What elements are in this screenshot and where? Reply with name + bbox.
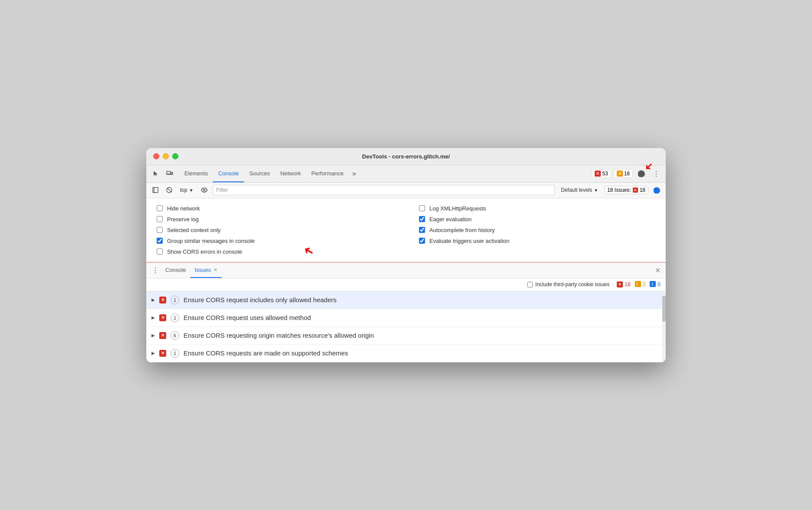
tab-right-actions: ✕ 53 ✕ 18 ➜ ⋮ bbox=[592, 168, 662, 180]
issue-count-2: 6 bbox=[171, 331, 179, 340]
show-cors-checkbox[interactable] bbox=[157, 249, 163, 255]
issues-tab-close[interactable]: ✕ bbox=[213, 267, 217, 273]
settings-right-col: Log XMLHttpRequests Eager evaluation Aut… bbox=[419, 205, 655, 255]
hide-network-label: Hide network bbox=[167, 205, 200, 212]
minimize-button[interactable] bbox=[163, 153, 169, 159]
issue-text-3: Ensure CORS requests are made on support… bbox=[184, 349, 348, 357]
maximize-button[interactable] bbox=[172, 153, 178, 159]
live-expressions-button[interactable] bbox=[199, 184, 210, 196]
settings-grid: Hide network Preserve log Selected conte… bbox=[157, 205, 655, 255]
issue-error-icon-2: ✕ bbox=[159, 332, 166, 339]
warning-icon: ✕ bbox=[617, 171, 623, 177]
tab-performance[interactable]: Performance bbox=[306, 165, 348, 182]
issues-label: 18 Issues: bbox=[607, 187, 631, 193]
evaluate-triggers-row: Evaluate triggers user activation bbox=[419, 238, 655, 244]
default-levels-button[interactable]: Default levels ▼ bbox=[557, 186, 602, 194]
issue-row-0[interactable]: ▶ ✕ 1 Ensure CORS request includes only … bbox=[146, 291, 666, 309]
settings-panel: Hide network Preserve log Selected conte… bbox=[146, 198, 666, 263]
selected-context-row: Selected context only bbox=[157, 227, 393, 233]
issue-expand-3[interactable]: ▶ bbox=[151, 351, 155, 355]
tab-network[interactable]: Network bbox=[275, 165, 306, 182]
evaluate-triggers-label: Evaluate triggers user activation bbox=[429, 238, 509, 244]
issue-row-2[interactable]: ▶ ✕ 6 Ensure CORS requesting origin matc… bbox=[146, 327, 666, 345]
eager-eval-checkbox[interactable] bbox=[419, 216, 425, 222]
third-party-checkbox[interactable] bbox=[527, 282, 533, 287]
cursor-icon[interactable] bbox=[150, 168, 162, 180]
more-options-button[interactable]: ⋮ bbox=[650, 168, 662, 180]
issue-text-1: Ensure CORS request uses allowed method bbox=[184, 314, 311, 321]
group-similar-row: Group similar messages in console bbox=[157, 238, 393, 244]
issues-error-icon: ✕ bbox=[633, 187, 638, 193]
eager-eval-row: Eager evaluation bbox=[419, 216, 655, 223]
tab-elements[interactable]: Elements bbox=[179, 165, 213, 182]
close-button[interactable] bbox=[153, 153, 159, 159]
levels-dropdown-icon: ▼ bbox=[594, 188, 598, 193]
issue-text-2: Ensure CORS requesting origin matches re… bbox=[184, 332, 374, 339]
clear-console-button[interactable] bbox=[164, 184, 175, 196]
group-similar-checkbox[interactable] bbox=[157, 238, 163, 244]
preserve-log-checkbox[interactable] bbox=[157, 216, 163, 222]
eager-eval-label: Eager evaluation bbox=[429, 216, 472, 223]
warning-count: 18 bbox=[624, 171, 630, 177]
selected-context-label: Selected context only bbox=[167, 227, 221, 233]
close-bottom-panel-button[interactable]: ✕ bbox=[653, 265, 662, 276]
bottom-tab-issues[interactable]: Issues ✕ bbox=[190, 262, 222, 278]
issues-list-container: ▶ ✕ 1 Ensure CORS request includes only … bbox=[146, 291, 666, 362]
issues-count: 18 bbox=[640, 187, 645, 193]
error-count: 53 bbox=[602, 171, 608, 177]
scrollbar-track[interactable] bbox=[662, 291, 666, 362]
settings-button[interactable]: ➜ bbox=[635, 168, 648, 180]
console-toolbar: top ▼ Default levels ▼ 18 Issues: ✕ 18 bbox=[146, 183, 666, 198]
issue-row-3[interactable]: ▶ ✕ 1 Ensure CORS requests are made on s… bbox=[146, 345, 666, 362]
context-selector[interactable]: top ▼ bbox=[177, 186, 196, 194]
issue-expand-0[interactable]: ▶ bbox=[151, 297, 155, 302]
bottom-console-label: Console bbox=[165, 267, 186, 273]
svg-rect-1 bbox=[171, 172, 173, 174]
issue-count-1: 1 bbox=[171, 313, 179, 322]
bottom-panel: ⋮ Console Issues ✕ ✕ Include third-party… bbox=[146, 263, 666, 362]
log-xmlhttp-label: Log XMLHttpRequests bbox=[429, 205, 486, 212]
window-title: DevTools - cors-errors.glitch.me/ bbox=[362, 153, 450, 160]
issues-orange-count: 0 bbox=[643, 281, 646, 287]
log-xmlhttp-row: Log XMLHttpRequests bbox=[419, 205, 655, 212]
bottom-issues-label: Issues bbox=[195, 267, 211, 273]
autocomplete-row: Autocomplete from history bbox=[419, 227, 655, 233]
autocomplete-checkbox[interactable] bbox=[419, 227, 425, 233]
bottom-tab-console[interactable]: Console bbox=[161, 262, 190, 278]
svg-text:!: ! bbox=[636, 282, 638, 287]
selected-context-checkbox[interactable] bbox=[157, 227, 163, 233]
issue-expand-2[interactable]: ▶ bbox=[151, 333, 155, 338]
hide-network-checkbox[interactable] bbox=[157, 205, 163, 211]
issues-red-count: 18 bbox=[625, 281, 630, 287]
issue-expand-1[interactable]: ▶ bbox=[151, 315, 155, 320]
autocomplete-label: Autocomplete from history bbox=[429, 227, 495, 233]
tab-more-button[interactable]: » bbox=[349, 165, 360, 182]
log-xmlhttp-checkbox[interactable] bbox=[419, 205, 425, 211]
issue-count-3: 1 bbox=[171, 349, 179, 358]
warning-count-badge[interactable]: ✕ 18 bbox=[614, 169, 633, 178]
settings-left-col: Hide network Preserve log Selected conte… bbox=[157, 205, 393, 255]
context-dropdown-icon: ▼ bbox=[189, 188, 193, 193]
issue-row-1[interactable]: ▶ ✕ 1 Ensure CORS request uses allowed m… bbox=[146, 309, 666, 327]
svg-rect-4 bbox=[153, 187, 158, 193]
evaluate-triggers-checkbox[interactable] bbox=[419, 238, 425, 244]
svg-point-8 bbox=[203, 189, 205, 191]
scrollbar-thumb[interactable] bbox=[662, 296, 666, 322]
third-party-check: Include third-party cookie issues bbox=[527, 281, 609, 287]
bottom-tab-more-button[interactable]: ⋮ bbox=[150, 265, 161, 276]
issues-badge[interactable]: 18 Issues: ✕ 18 bbox=[604, 186, 648, 194]
issue-error-icon-3: ✕ bbox=[159, 350, 166, 357]
preserve-log-label: Preserve log bbox=[167, 216, 199, 223]
console-settings-button[interactable] bbox=[651, 184, 662, 196]
svg-text:i: i bbox=[652, 282, 653, 287]
tab-console[interactable]: Console bbox=[213, 165, 244, 182]
devtools-tabs: Elements Console Sources Network Perform… bbox=[146, 165, 666, 183]
error-icon: ✕ bbox=[595, 171, 601, 177]
filter-input[interactable] bbox=[213, 185, 555, 195]
tab-sources[interactable]: Sources bbox=[244, 165, 275, 182]
devtools-window: DevTools - cors-errors.glitch.me/ Elemen… bbox=[146, 148, 666, 362]
error-count-badge[interactable]: ✕ 53 bbox=[592, 169, 611, 178]
device-icon[interactable] bbox=[164, 168, 176, 180]
issue-text-0: Ensure CORS request includes only allowe… bbox=[184, 296, 337, 303]
sidebar-toggle-button[interactable] bbox=[150, 184, 161, 196]
